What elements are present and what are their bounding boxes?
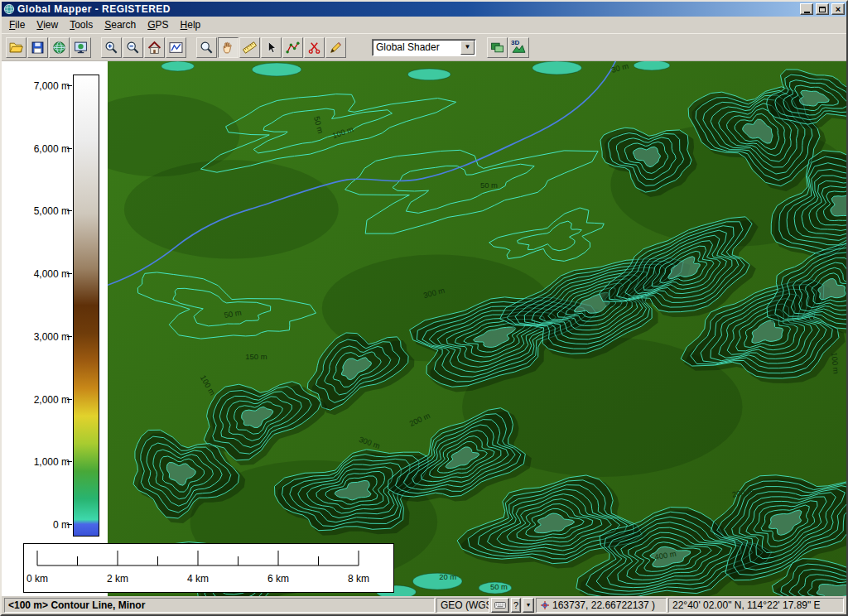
keyboard-button[interactable] [491, 598, 509, 613]
legend-label: 4,000 m [34, 268, 70, 280]
toolbar-separator [187, 37, 195, 58]
shader-select[interactable]: Global Shader ▼ [372, 39, 476, 56]
status-projection-text: GEO (WGS8 [441, 599, 489, 611]
chevron-down-icon: ▾ [527, 602, 530, 609]
full-view-button[interactable] [144, 37, 165, 58]
contour-label: 100 m [830, 352, 841, 374]
scalebar-label: 4 km [187, 573, 209, 585]
status-tool-hint-text: <100 m> Contour Line, Minor [8, 599, 145, 611]
menu-help[interactable]: Help [175, 17, 207, 32]
globe-icon [52, 41, 66, 55]
zoom-out-icon [126, 41, 140, 55]
app-icon [3, 3, 15, 15]
toolbar: Global Shader ▼ 3D [2, 33, 846, 61]
scalebar-graphic: 0 km2 km4 km6 km8 km [24, 544, 392, 590]
scalebar-label: 6 km [267, 573, 289, 585]
status-map-coords-text: 163737, 22.66722137 ) [552, 599, 655, 611]
legend-tick [67, 273, 72, 274]
legend-label: 6,000 m [34, 143, 70, 155]
title-bar[interactable]: Global Mapper - REGISTERED × [2, 2, 846, 17]
status-map-coords: 163737, 22.66722137 ) [536, 598, 667, 613]
menu-tools[interactable]: Tools [64, 17, 99, 32]
position-icon [540, 600, 550, 610]
feature-info-tool-button[interactable] [304, 37, 325, 58]
status-bar: <100 m> Contour Line, Minor GEO (WGS8 ? … [2, 596, 846, 614]
zoom-out-button[interactable] [123, 37, 143, 58]
overlay-control-center-button[interactable] [487, 37, 508, 58]
pan-tool-button[interactable] [218, 37, 238, 58]
status-tool-hint: <100 m> Contour Line, Minor [4, 598, 435, 613]
path-profile-window-button[interactable] [166, 37, 186, 58]
legend-tick [67, 85, 72, 86]
legend-label: 0 m [53, 519, 70, 531]
menu-file[interactable]: File [3, 17, 31, 32]
home-icon [147, 41, 161, 55]
scalebar-label: 2 km [107, 573, 128, 585]
menu-gps[interactable]: GPS [142, 17, 174, 32]
shader-select-value: Global Shader [373, 41, 460, 53]
overlay-icon [490, 41, 504, 55]
map-view[interactable]: 30 m50 m100 m50 m50 m150 m100 m300 m200 … [108, 61, 846, 596]
scalebar-label: 0 km [26, 573, 48, 585]
select-tool-button[interactable] [261, 37, 282, 58]
measure-tool-button[interactable] [239, 37, 260, 58]
scissors-icon [307, 41, 321, 55]
screen-capture-button[interactable] [70, 37, 91, 58]
zoom-in-icon [104, 41, 118, 55]
elevation-color-ramp [73, 75, 99, 537]
status-dropdown-button[interactable]: ▾ [523, 598, 534, 613]
legend-label: 7,000 m [34, 80, 70, 92]
contour-label: 150 m [245, 352, 267, 361]
help-button-label: ? [513, 601, 518, 610]
chevron-down-icon: ▼ [465, 44, 471, 51]
arrow-cursor-icon [264, 41, 278, 55]
pen-icon [329, 41, 343, 55]
legend-label: 2,000 m [34, 394, 70, 406]
window-title: Global Mapper - REGISTERED [17, 2, 797, 17]
scalebar-label: 8 km [348, 573, 369, 585]
save-icon [31, 41, 45, 55]
status-latlon-text: 22°40' 02.00" N, 114°22' 17.89" E [672, 599, 821, 611]
legend-label: 5,000 m [34, 205, 70, 217]
legend-tick [67, 148, 72, 149]
open-button[interactable] [6, 37, 26, 58]
main-content: 30 m50 m100 m50 m50 m150 m100 m300 m200 … [2, 61, 846, 596]
minimize-icon [804, 12, 810, 13]
menu-search[interactable]: Search [99, 17, 142, 32]
toolbar-buttons [6, 37, 346, 58]
zoom-tool-button[interactable] [196, 37, 217, 58]
app-window: Global Mapper - REGISTERED × FileViewToo… [0, 0, 848, 616]
close-icon: × [836, 5, 841, 14]
legend-label: 3,000 m [34, 331, 70, 343]
magnifier-icon [200, 41, 214, 55]
path-profile-icon [286, 41, 300, 55]
profile-chart-icon [169, 41, 183, 55]
contour-label: 50 m [490, 582, 508, 591]
elevation-legend: 7,000 m6,000 m5,000 m4,000 m3,000 m2,000… [2, 61, 108, 596]
save-button[interactable] [27, 37, 48, 58]
menu-bar: FileViewToolsSearchGPSHelp [2, 17, 846, 33]
menu-view[interactable]: View [31, 17, 64, 32]
show-3d-view-label: 3D [511, 39, 519, 46]
legend-tick [67, 210, 72, 211]
map-svg[interactable]: 30 m50 m100 m50 m50 m150 m100 m300 m200 … [108, 61, 846, 596]
status-projection: GEO (WGS8 [436, 598, 489, 613]
download-imagery-button[interactable] [49, 37, 70, 58]
legend-label: 1,000 m [34, 456, 70, 468]
zoom-in-button[interactable] [101, 37, 122, 58]
toolbar-separator [92, 37, 100, 58]
minimize-button[interactable] [800, 3, 813, 15]
help-button[interactable]: ? [511, 598, 521, 613]
legend-tick [67, 461, 72, 462]
path-profile-tool-button[interactable] [282, 37, 303, 58]
shader-select-dropdown-button[interactable]: ▼ [460, 41, 475, 55]
contour-label: 50 m [480, 180, 498, 190]
maximize-icon [819, 7, 826, 12]
show-3d-view-button[interactable]: 3D [508, 37, 529, 58]
close-button[interactable]: × [831, 3, 845, 15]
maximize-button[interactable] [816, 3, 829, 15]
digitizer-tool-button[interactable] [325, 37, 346, 58]
hand-icon [221, 41, 235, 55]
contour-label: 20 m [439, 572, 456, 581]
toolbar-right-buttons: 3D [487, 37, 529, 58]
